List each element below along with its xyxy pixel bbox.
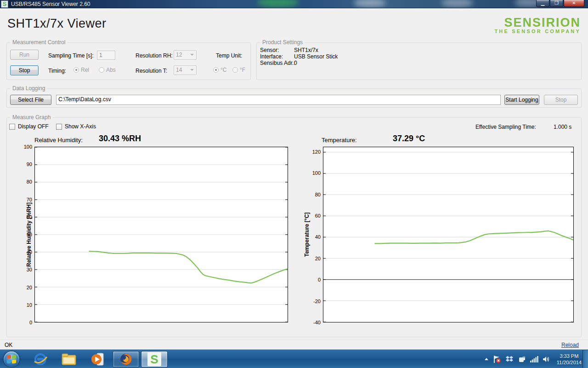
product-settings-label: Product Settings: [260, 39, 305, 46]
taskbar-ie-button[interactable]: [31, 351, 50, 368]
temp-unit-c-radio[interactable]: °C: [213, 67, 226, 73]
resolution-t-value: 14: [176, 67, 182, 73]
y-tick-label: 60: [315, 213, 321, 218]
action-center-flag-icon[interactable]: [493, 355, 501, 363]
radio-icon: [232, 67, 238, 73]
display-off-checkbox[interactable]: Display OFF: [9, 123, 49, 130]
start-button[interactable]: [4, 351, 19, 367]
taskbar-firefox-button[interactable]: [113, 351, 139, 368]
measurement-control-label: Measurement Control: [11, 39, 67, 46]
temp-unit-c-label: °C: [220, 67, 226, 73]
network-signal-icon[interactable]: [530, 356, 538, 362]
desktop-blur-decoration: [257, 0, 299, 7]
stop-button[interactable]: Stop: [10, 65, 39, 75]
interface-value: USB Sensor Stick: [294, 53, 338, 60]
sensibus-value: 0: [294, 60, 297, 66]
taskbar-explorer-button[interactable]: [60, 351, 78, 368]
log-file-path-input[interactable]: C:\Temp\DataLog.csv: [56, 95, 501, 105]
windows-logo-icon: [12, 355, 16, 359]
interface-label: Interface:: [260, 53, 283, 60]
checkbox-icon: [56, 124, 62, 130]
page-title: SHT1x/7x Viewer: [7, 17, 107, 31]
y-tick-label: 80: [315, 192, 321, 197]
sensor-value: SHT1x/7x: [294, 47, 318, 53]
svg-text:S: S: [150, 352, 158, 366]
status-text: OK: [5, 342, 12, 348]
taskbar-wmp-button[interactable]: [88, 351, 107, 368]
y-tick-label: 50: [27, 232, 32, 237]
chevron-down-icon: [190, 69, 194, 71]
window-titlebar: S USB/RS485 Sensor Viewer 2.60 ▁ ❐ ✕: [0, 0, 588, 8]
sensirion-logo-name: SENSIRION: [494, 17, 581, 29]
data-logging-label: Data Logging: [11, 85, 47, 92]
temperature-chart-title: Temperature:: [322, 137, 357, 144]
desktop: S USB/RS485 Sensor Viewer 2.60 ▁ ❐ ✕ SHT…: [0, 0, 588, 368]
timing-abs-radio[interactable]: Abs: [99, 67, 116, 73]
start-logging-button[interactable]: Start Logging: [504, 95, 539, 105]
sampling-time-input[interactable]: 1: [97, 51, 115, 60]
sensirion-logo-tagline: THE SENSOR COMPANY: [494, 29, 581, 34]
chevron-down-icon: [190, 54, 194, 56]
taskbar-clock[interactable]: 3:33 PM 11/20/2014: [555, 353, 582, 366]
minimize-button[interactable]: ▁: [536, 0, 549, 7]
status-bar: OK Reload: [0, 339, 588, 350]
temp-unit-f-radio[interactable]: °F: [232, 67, 245, 73]
reload-link[interactable]: Reload: [561, 342, 579, 348]
timing-abs-label: Abs: [106, 67, 116, 73]
taskbar-sensor-viewer-button[interactable]: S: [141, 351, 168, 368]
timing-rel-label: Rel: [81, 67, 89, 73]
power-plug-icon[interactable]: [518, 355, 526, 363]
y-tick-label: 0: [29, 320, 32, 325]
windows-logo-icon: [7, 360, 11, 364]
y-tick-label: 80: [27, 179, 32, 184]
sensirion-logo: SENSIRION THE SENSOR COMPANY: [494, 17, 581, 34]
y-tick-label: 60: [27, 214, 32, 220]
resolution-t-label: Resolution T:: [136, 68, 167, 74]
show-desktop-button[interactable]: [582, 350, 588, 368]
timing-rel-radio[interactable]: Rel: [74, 67, 89, 73]
restore-button[interactable]: ❐: [550, 0, 563, 7]
run-button[interactable]: Run: [10, 50, 39, 60]
effective-sampling-value: 1.000 s: [554, 124, 571, 130]
y-tick-label: 90: [27, 161, 32, 167]
app-icon: S: [1, 0, 8, 8]
resolution-t-select[interactable]: 14: [174, 65, 197, 75]
sensibus-label: Sensibus Adr.:: [260, 60, 295, 66]
desktop-blur-decoration: [354, 0, 386, 7]
checkbox-icon: [9, 124, 15, 130]
humidity-chart-title: Relative Humidity:: [34, 137, 83, 144]
system-tray: 3:33 PM 11/20/2014: [484, 350, 582, 368]
y-tick-label: 0: [318, 277, 321, 282]
y-tick-label: 120: [312, 149, 321, 155]
show-x-axis-label: Show X-Axis: [65, 123, 96, 130]
y-tick-label: 40: [315, 234, 321, 240]
volume-icon[interactable]: [543, 356, 551, 363]
radio-icon: [213, 67, 219, 73]
timing-label: Timing:: [48, 68, 66, 74]
close-button[interactable]: ✕: [564, 0, 584, 7]
windows-logo-icon: [7, 355, 11, 359]
sampling-time-label: Sampling Time [s]:: [48, 52, 94, 59]
y-tick-label: -40: [313, 320, 321, 325]
humidity-y-ticks: 0102030405060708090100: [14, 147, 32, 322]
measure-graph-label: Measure Graph: [11, 114, 52, 121]
taskbar: S: [0, 350, 588, 368]
resolution-rh-select[interactable]: 12: [174, 50, 197, 60]
sensor-label: Sensor:: [260, 47, 279, 53]
radio-icon: [74, 67, 79, 73]
y-tick-label: 10: [27, 302, 32, 308]
y-tick-label: 70: [27, 197, 32, 202]
temperature-y-ticks: -40-20020406080100120: [302, 147, 321, 322]
window-title: USB/RS485 Sensor Viewer 2.60: [11, 1, 90, 7]
tray-expand-chevron-icon[interactable]: [484, 357, 489, 361]
display-off-label: Display OFF: [18, 123, 49, 130]
dropbox-icon[interactable]: [505, 356, 514, 363]
logging-stop-button[interactable]: Stop: [544, 95, 578, 105]
temp-unit-f-label: °F: [240, 67, 245, 73]
clock-time: 3:33 PM: [557, 353, 582, 359]
show-x-axis-checkbox[interactable]: Show X-Axis: [56, 123, 96, 130]
measurement-control-group: Measurement Control: [6, 42, 251, 80]
temp-unit-label: Temp Unit:: [216, 52, 242, 59]
select-file-button[interactable]: Select File: [10, 95, 51, 105]
clock-date: 11/20/2014: [557, 359, 582, 366]
